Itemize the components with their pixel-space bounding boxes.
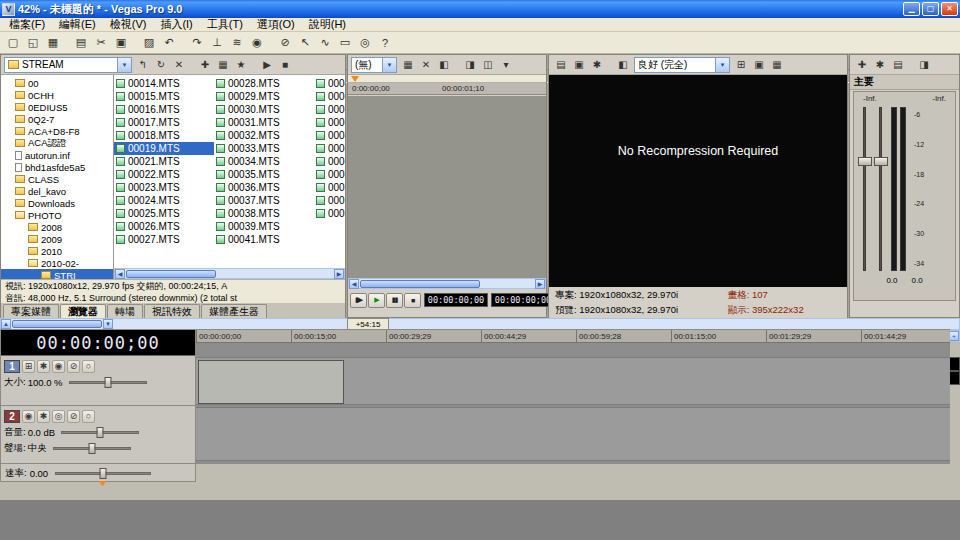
file-item[interactable]: 00015.MTS — [114, 90, 214, 103]
file-item[interactable]: 00036.MTS — [214, 181, 314, 194]
undo-icon[interactable]: ↶ — [159, 34, 179, 52]
save-snapshot-icon[interactable]: ▦ — [768, 57, 786, 73]
scrollbar-thumb[interactable] — [12, 320, 102, 328]
remove-media-icon[interactable]: ✕ — [417, 57, 435, 73]
trimmer-stop-button[interactable]: ■ — [404, 293, 421, 308]
file-item[interactable]: 00016.MTS — [114, 103, 214, 116]
lock-envelopes-icon[interactable]: ◉ — [247, 34, 267, 52]
new-folder-icon[interactable]: ✚ — [196, 57, 214, 73]
start-preview-icon[interactable]: ▶ — [258, 57, 276, 73]
file-item[interactable]: 00037.MTS — [214, 194, 314, 207]
paste-icon[interactable]: ▨ — [139, 34, 159, 52]
menu-item[interactable]: 工具(T) — [200, 17, 250, 32]
menu-item[interactable]: 檔案(F) — [2, 17, 52, 32]
select-right-half-icon[interactable]: ◨ — [461, 57, 479, 73]
redo-icon[interactable]: ↷ — [187, 34, 207, 52]
insert-audio-bus-icon[interactable]: ✚ — [853, 57, 871, 73]
track-motion-icon[interactable]: ⊞ — [22, 360, 35, 373]
copy-snapshot-icon[interactable]: ▣ — [750, 57, 768, 73]
track-mute-icon[interactable]: ⊘ — [67, 410, 80, 423]
file-item[interactable]: 00032.MTS — [214, 129, 314, 142]
marker-triangle-icon[interactable] — [351, 76, 359, 82]
overlays-icon[interactable]: ⊞ — [732, 57, 750, 73]
menu-item[interactable]: 編輯(E) — [52, 17, 103, 32]
ignore-grouping-icon[interactable]: ⊘ — [275, 34, 295, 52]
refresh-icon[interactable]: ↻ — [152, 57, 170, 73]
trimmer-hscrollbar[interactable] — [348, 278, 546, 289]
track-solo-icon[interactable]: ○ — [82, 410, 95, 423]
tree-item[interactable]: autorun.inf — [1, 149, 113, 161]
tree-item[interactable]: PHOTO — [1, 209, 113, 221]
normal-edit-tool-icon[interactable]: ↖ — [295, 34, 315, 52]
file-item[interactable]: 00021.MTS — [114, 155, 214, 168]
zoom-edit-tool-icon[interactable]: ◎ — [355, 34, 375, 52]
track-fx-icon[interactable]: ✱ — [37, 410, 50, 423]
timeline-marker-tab[interactable]: +54:15 — [347, 318, 389, 329]
timeline-timecode-display[interactable]: 00:00:00;00 — [1, 330, 195, 356]
minimize-icon[interactable]: ▁ — [903, 2, 920, 16]
file-item[interactable]: 00031.MTS — [214, 116, 314, 129]
mixer-properties-icon[interactable]: ▤ — [889, 57, 907, 73]
file-item[interactable]: 00047.MTS — [314, 142, 345, 155]
tree-item[interactable]: 2010-02- — [1, 257, 113, 269]
dock-tab[interactable]: 瀏覽器 — [60, 304, 106, 318]
timeline-ruler[interactable]: 00:00:00;0000:00:15;0000:00:29;2900:00:4… — [196, 330, 950, 343]
track-pan-slider[interactable] — [53, 447, 131, 450]
rate-slider[interactable] — [55, 472, 151, 475]
dock-tab[interactable]: 轉場 — [107, 304, 143, 318]
trimmer-play-from-start-button[interactable]: ▮▶ — [350, 293, 367, 308]
tree-item[interactable]: Downloads — [1, 197, 113, 209]
trimmer-timecode-end[interactable]: 00:00:00;00 — [491, 293, 555, 307]
audio-track-lane[interactable] — [196, 407, 950, 461]
tree-item[interactable]: 0Q2-7 — [1, 113, 113, 125]
selection-edit-tool-icon[interactable]: ▭ — [335, 34, 355, 52]
video-track-header[interactable]: 1 ⊞✱◉⊘○ 大小: 100.0 % — [1, 356, 195, 406]
cut-icon[interactable]: ✂ — [91, 34, 111, 52]
file-item[interactable]: 00043.MTS — [314, 90, 345, 103]
dock-tab[interactable]: 媒體產生器 — [201, 304, 267, 318]
new-project-icon[interactable]: ▢ — [3, 34, 23, 52]
file-item[interactable]: 00026.MTS — [114, 220, 214, 233]
file-item[interactable]: 00024.MTS — [114, 194, 214, 207]
external-monitor-icon[interactable]: ▣ — [570, 57, 588, 73]
file-list-hscrollbar[interactable] — [114, 268, 345, 279]
video-event[interactable] — [198, 360, 344, 404]
file-item[interactable]: 00030.MTS — [214, 103, 314, 116]
file-item[interactable]: 00038.MTS — [214, 207, 314, 220]
track-size-slider[interactable] — [69, 381, 147, 384]
tree-item[interactable]: 00 — [1, 77, 113, 89]
audio-track-header[interactable]: 2 ◉✱◎⊘○ 音量: 0.0 dB 聲場: 中央 — [1, 406, 195, 464]
file-item[interactable]: 00023.MTS — [114, 181, 214, 194]
timeline-canvas[interactable]: 00:00:00;0000:00:15;0000:00:29;2900:00:4… — [196, 329, 950, 464]
file-item[interactable]: 00045.MTS — [314, 116, 345, 129]
file-item[interactable]: 00027.MTS — [114, 233, 214, 246]
scrollbar-thumb[interactable] — [360, 280, 480, 288]
video-track-lane[interactable] — [196, 357, 950, 405]
track-arm-record-icon[interactable]: ◉ — [22, 410, 35, 423]
chevron-down-icon[interactable] — [382, 58, 396, 72]
file-item[interactable]: 00046.MTS — [314, 129, 345, 142]
dock-tab[interactable]: 視訊特效 — [144, 304, 200, 318]
file-item[interactable]: 00025.MTS — [114, 207, 214, 220]
save-trim-icon[interactable]: ▦ — [399, 57, 417, 73]
file-item[interactable]: 00019.MTS — [114, 142, 214, 155]
file-item[interactable]: 00039.MTS — [214, 220, 314, 233]
trimmer-history-icon[interactable]: ▾ — [497, 57, 515, 73]
menu-item[interactable]: 選項(O) — [250, 17, 302, 32]
scroll-right-icon[interactable] — [334, 269, 344, 279]
insert-fx-icon[interactable]: ✱ — [871, 57, 889, 73]
trimmer-timecode[interactable]: 00:00:00;00 — [424, 293, 488, 307]
stop-preview-icon[interactable]: ■ — [276, 57, 294, 73]
file-item[interactable]: 00022.MTS — [114, 168, 214, 181]
scroll-up-icon[interactable] — [1, 319, 11, 329]
dock-tab[interactable]: 專案媒體 — [3, 304, 59, 318]
file-item[interactable]: 00014.MTS — [114, 77, 214, 90]
scrollbar-thumb[interactable] — [126, 270, 216, 278]
restore-icon[interactable]: ▢ — [922, 2, 939, 16]
downmix-output-icon[interactable]: ◨ — [915, 57, 933, 73]
file-item[interactable]: 00044.MTS — [314, 103, 345, 116]
scroll-left-icon[interactable] — [349, 279, 359, 289]
file-item[interactable]: 00029.MTS — [214, 90, 314, 103]
menu-item[interactable]: 說明(H) — [302, 17, 353, 32]
views-icon[interactable]: ▦ — [214, 57, 232, 73]
